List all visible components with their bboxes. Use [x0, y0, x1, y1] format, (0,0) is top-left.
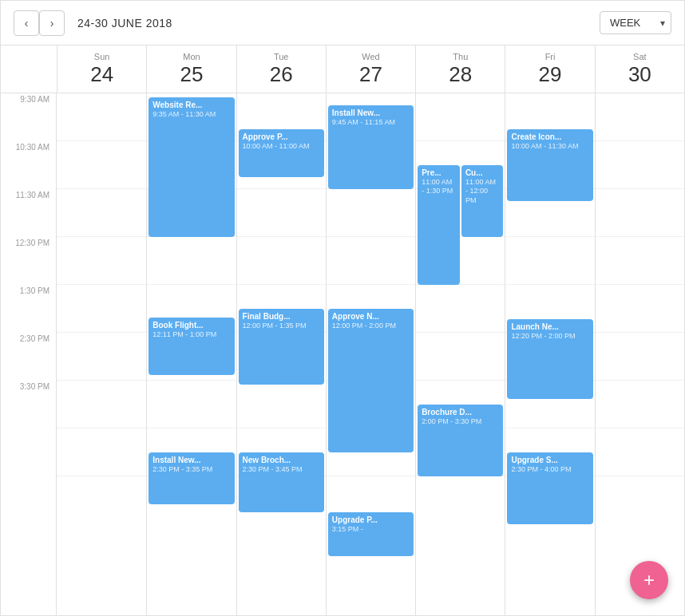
- time-label-430: [1, 428, 56, 476]
- event-approve-p[interactable]: Approve P... 10:00 AM - 11:00 AM: [239, 129, 324, 177]
- day-column-sun[interactable]: [57, 93, 146, 615]
- day-name-thu: Thu: [419, 52, 501, 61]
- event-cu[interactable]: Cu... 11:00 AM - 12:00 PM: [461, 165, 504, 237]
- day-column-wed[interactable]: Install New... 9:45 AM - 11:15 AM Approv…: [326, 93, 415, 615]
- event-install-new-wed[interactable]: Install New... 9:45 AM - 11:15 AM: [328, 105, 414, 189]
- time-label-130: 1:30 PM: [1, 285, 56, 333]
- day-column-tue[interactable]: Approve P... 10:00 AM - 11:00 AM Final B…: [236, 93, 326, 615]
- event-website-redesign[interactable]: Website Re... 9:35 AM - 11:30 AM: [148, 97, 234, 237]
- days-grid: Website Re... 9:35 AM - 11:30 AM Book Fl…: [57, 93, 684, 615]
- event-upgrade-p[interactable]: Upgrade P... 3:15 PM -: [328, 512, 414, 556]
- day-column-thu[interactable]: Pre... 11:00 AM - 1:30 PM Cu... 11:00 AM…: [415, 93, 505, 615]
- day-header-mon: Mon 25: [146, 45, 236, 93]
- day-header-fri: Fri 29: [505, 45, 594, 93]
- time-label-230: 2:30 PM: [1, 333, 56, 381]
- day-number-wed: 27: [330, 63, 412, 86]
- day-number-sat: 30: [599, 63, 681, 86]
- day-name-sun: Sun: [61, 52, 143, 61]
- day-headers: Sun 24 Mon 25 Tue 26 Wed 27 Thu 28 Fri 2…: [1, 45, 684, 93]
- event-approve-n[interactable]: Approve N... 12:00 PM - 2:00 PM: [328, 309, 414, 452]
- date-range-label: 24-30 JUNE 2018: [77, 17, 172, 30]
- event-install-new-mon[interactable]: Install New... 2:30 PM - 3:35 PM: [148, 452, 234, 504]
- event-upgrade-s[interactable]: Upgrade S... 2:30 PM - 4:00 PM: [507, 452, 592, 524]
- calendar-body: 9:30 AM 10:30 AM 11:30 AM 12:30 PM 1:30 …: [1, 93, 684, 615]
- time-column: 9:30 AM 10:30 AM 11:30 AM 12:30 PM 1:30 …: [1, 93, 57, 615]
- event-brochure-d[interactable]: Brochure D... 2:00 PM - 3:30 PM: [418, 405, 503, 476]
- time-label-1130: 11:30 AM: [1, 189, 56, 237]
- time-label-1030: 10:30 AM: [1, 141, 56, 189]
- prev-button[interactable]: ‹: [14, 10, 39, 36]
- day-column-mon[interactable]: Website Re... 9:35 AM - 11:30 AM Book Fl…: [146, 93, 236, 615]
- day-name-wed: Wed: [330, 52, 412, 61]
- day-column-sat[interactable]: [595, 93, 684, 615]
- day-header-tue: Tue 26: [236, 45, 326, 93]
- event-pre[interactable]: Pre... 11:00 AM - 1:30 PM: [418, 165, 460, 285]
- time-label-1230: 12:30 PM: [1, 237, 56, 285]
- day-number-mon: 25: [150, 63, 232, 86]
- day-number-tue: 26: [240, 63, 323, 86]
- event-final-budget[interactable]: Final Budg... 12:00 PM - 1:35 PM: [239, 309, 324, 385]
- day-name-mon: Mon: [150, 52, 232, 61]
- day-number-fri: 29: [509, 63, 591, 86]
- next-button[interactable]: ›: [39, 10, 65, 36]
- fab-add-button[interactable]: +: [630, 561, 668, 599]
- day-name-sat: Sat: [599, 52, 681, 61]
- day-header-thu: Thu 28: [415, 45, 505, 93]
- day-number-sun: 24: [61, 63, 143, 86]
- event-new-brochure[interactable]: New Broch... 2:30 PM - 3:45 PM: [239, 452, 324, 512]
- view-select[interactable]: WEEK DAY MONTH: [600, 11, 671, 34]
- day-header-sat: Sat 30: [595, 45, 684, 93]
- event-create-icon[interactable]: Create Icon... 10:00 AM - 11:30 AM: [507, 129, 592, 201]
- day-name-fri: Fri: [509, 52, 591, 61]
- day-number-thu: 28: [419, 63, 501, 86]
- time-header-spacer: [1, 45, 57, 93]
- day-name-tue: Tue: [240, 52, 323, 61]
- time-label-330: 3:30 PM: [1, 381, 56, 428]
- day-header-sun: Sun 24: [57, 45, 146, 93]
- calendar-container: ‹ › 24-30 JUNE 2018 WEEK DAY MONTH Sun 2…: [0, 0, 685, 616]
- day-header-wed: Wed 27: [326, 45, 415, 93]
- time-label-930: 9:30 AM: [1, 93, 56, 141]
- day-column-fri[interactable]: Create Icon... 10:00 AM - 11:30 AM Launc…: [505, 93, 594, 615]
- view-select-wrapper[interactable]: WEEK DAY MONTH: [600, 11, 671, 34]
- event-launch-ne[interactable]: Launch Ne... 12:20 PM - 2:00 PM: [507, 319, 592, 399]
- event-book-flight[interactable]: Book Flight... 12:11 PM - 1:00 PM: [148, 318, 234, 375]
- calendar-header: ‹ › 24-30 JUNE 2018 WEEK DAY MONTH: [1, 1, 684, 45]
